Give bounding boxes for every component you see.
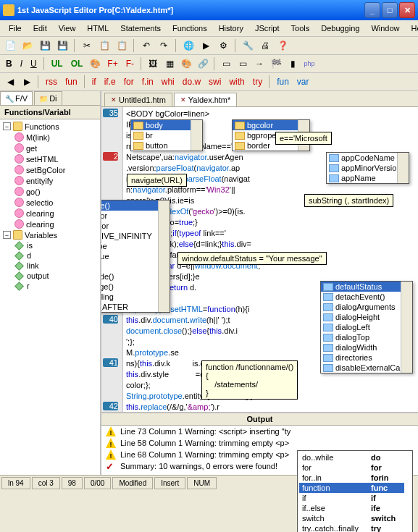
autocomplete-dialog[interactable]: defaultStatusdetachEvent()dialogArgument… xyxy=(320,281,413,373)
code-line[interactable]: this.replace(/&/g,'&amp;').r xyxy=(126,402,415,412)
tab-close-icon[interactable]: ✕ xyxy=(180,96,186,104)
snippet-item[interactable]: for..in xyxy=(299,473,368,483)
snippet-shortcut[interactable]: try xyxy=(368,523,404,532)
editor-tab[interactable]: ✕Untitled1.htm xyxy=(104,93,172,106)
tree-functions-root[interactable]: −Functions xyxy=(1,121,99,132)
popup-item[interactable]: dialogWidth xyxy=(321,342,412,352)
autocomplete-tags[interactable]: bodybrbutton xyxy=(130,119,203,151)
snippet-shortcut[interactable]: for xyxy=(368,463,404,473)
tree-variables-root[interactable]: −Variables xyxy=(1,229,99,240)
kw-fun[interactable]: fun xyxy=(274,75,292,88)
snippet-item[interactable]: if xyxy=(299,493,368,503)
config-icon[interactable]: ⚙ xyxy=(216,38,230,53)
flag-icon[interactable]: 🏁 xyxy=(269,56,283,71)
sidebar-tab-fv[interactable]: 🔧 F/V xyxy=(0,91,33,105)
close-button[interactable]: ✕ xyxy=(399,2,415,18)
kw-do.w[interactable]: do.w xyxy=(180,75,204,88)
popup-item[interactable]: defaultStatus xyxy=(321,282,412,292)
tree-func-item[interactable]: setHTML xyxy=(1,153,99,164)
tree-func-item[interactable]: get xyxy=(1,143,99,153)
print-icon[interactable]: 🖨 xyxy=(258,38,272,53)
undo-icon[interactable]: ↶ xyxy=(139,38,154,53)
new-file-icon[interactable]: 📄 xyxy=(3,38,17,53)
snippet-shortcut[interactable]: forin xyxy=(368,473,404,483)
snippet-item[interactable]: switch xyxy=(299,513,368,523)
snippet-item[interactable]: function xyxy=(299,483,368,493)
italic-button[interactable]: I xyxy=(17,57,25,70)
left-margin-icon[interactable]: ◀ xyxy=(3,75,17,89)
kw-rss[interactable]: rss xyxy=(43,75,60,88)
popup-item[interactable]: detachEvent() xyxy=(321,292,412,302)
snippet-popup[interactable]: do..whileforfor..infunctionifif..elseswi… xyxy=(297,450,413,532)
browser-icon[interactable]: 🌐 xyxy=(181,38,196,53)
table-icon[interactable]: ▦ xyxy=(162,56,177,71)
menu-tools[interactable]: Tools xyxy=(285,22,316,35)
output-item[interactable]: !Line 73 Column 1 Warning: <script> inse… xyxy=(101,426,418,437)
kw-f.in[interactable]: f.in xyxy=(139,75,156,88)
copy-icon[interactable]: 📋 xyxy=(97,38,112,53)
tree-var-item[interactable]: is xyxy=(1,240,99,250)
ol-button[interactable]: OL xyxy=(68,57,86,70)
tree-var-item[interactable]: d xyxy=(1,250,99,261)
kw-for[interactable]: for xyxy=(121,75,137,88)
snippet-item[interactable]: try..catch..finally xyxy=(299,523,368,532)
editor-tab[interactable]: ✕Yaldex.htm* xyxy=(174,93,238,106)
tree-var-item[interactable]: link xyxy=(1,261,99,271)
tree-toggle-icon[interactable]: − xyxy=(3,122,11,130)
scrollbar[interactable] xyxy=(191,120,202,151)
sidebar-tab-di[interactable]: 📁 Di xyxy=(34,91,62,105)
kw-if.e[interactable]: if.e xyxy=(101,75,119,88)
popup-item[interactable]: dialogArguments xyxy=(321,302,412,312)
snippet-shortcut[interactable]: switch xyxy=(368,513,404,523)
scrollbar[interactable] xyxy=(401,282,412,373)
link-icon[interactable]: 🔗 xyxy=(196,56,210,71)
menu-statements[interactable]: Statements xyxy=(114,22,167,35)
right-margin-icon[interactable]: ▶ xyxy=(20,75,34,89)
autocomplete-nav[interactable]: navigate()navigatorNavigatorNEGATIVE_INF… xyxy=(101,200,170,313)
snippet-shortcut[interactable]: do xyxy=(368,452,404,463)
autocomplete-app[interactable]: appCodeNameappMinorVersionappName xyxy=(326,152,409,184)
snippet-item[interactable]: for xyxy=(299,463,368,473)
scrollbar[interactable] xyxy=(158,200,170,312)
open-file-icon[interactable]: 📂 xyxy=(20,38,35,53)
popup-item[interactable]: dialogTop xyxy=(321,332,412,342)
bold-button[interactable]: B xyxy=(3,57,15,70)
cut-icon[interactable]: ✂ xyxy=(80,38,94,53)
snippet-shortcut[interactable]: func xyxy=(368,483,404,493)
menu-window[interactable]: Window xyxy=(365,22,405,35)
kw-fun[interactable]: fun xyxy=(62,75,80,88)
popup-item[interactable]: disableExternalCap xyxy=(321,363,412,373)
scrollbar[interactable] xyxy=(397,153,409,183)
underline-button[interactable]: U xyxy=(28,57,40,70)
kw-try[interactable]: try xyxy=(250,75,265,88)
barcode-icon[interactable]: ▮ xyxy=(285,56,300,71)
tree-var-item[interactable]: output xyxy=(1,271,99,281)
tidy-icon[interactable]: 🔧 xyxy=(241,38,255,53)
maximize-button[interactable]: □ xyxy=(382,2,398,18)
code-line[interactable]: <BODY bgColor=linen> xyxy=(126,109,415,119)
color-swatch-icon[interactable]: 🎨 xyxy=(88,56,102,71)
menu-functions[interactable]: Functions xyxy=(167,22,213,35)
tree-func-item[interactable]: go() xyxy=(1,186,99,197)
save-icon[interactable]: 💾 xyxy=(38,38,52,53)
snippet-shortcut[interactable]: ife xyxy=(368,503,404,513)
redo-icon[interactable]: ↷ xyxy=(156,38,171,53)
output-item[interactable]: !Line 58 Column 1 Warning: trimming empt… xyxy=(101,437,418,449)
tree-func-item[interactable]: M(link) xyxy=(1,132,99,143)
menu-view[interactable]: View xyxy=(53,22,82,35)
tree-func-item[interactable]: entityify xyxy=(1,175,99,186)
arrow-icon[interactable]: → xyxy=(252,56,267,71)
font-minus-button[interactable]: F- xyxy=(123,57,137,70)
menu-debugging[interactable]: Debugging xyxy=(315,22,365,35)
kw-whi[interactable]: whi xyxy=(159,75,177,88)
menu-help[interactable]: Help xyxy=(406,22,418,35)
minimize-button[interactable]: _ xyxy=(364,2,380,18)
kw-swi[interactable]: swi xyxy=(206,75,224,88)
menu-file[interactable]: File xyxy=(3,22,28,35)
snippet-shortcut[interactable]: if xyxy=(368,493,404,503)
paste-icon[interactable]: 📋 xyxy=(114,38,129,53)
font-plus-button[interactable]: F+ xyxy=(104,57,120,70)
menu-history[interactable]: History xyxy=(213,22,249,35)
popup-item[interactable]: directories xyxy=(321,352,412,363)
tree-func-item[interactable]: clearing xyxy=(1,208,99,219)
